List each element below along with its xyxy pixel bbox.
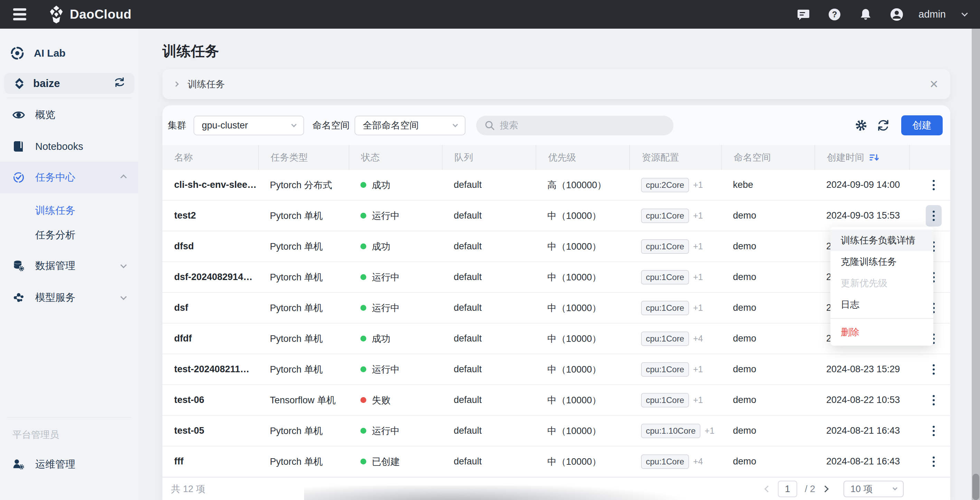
- settings-gear-icon[interactable]: [854, 118, 868, 132]
- kebab-menu-icon[interactable]: [926, 205, 942, 227]
- task-name[interactable]: test-06: [162, 385, 258, 415]
- kebab-menu-icon[interactable]: [926, 389, 942, 411]
- resource-badge: cpu:1.10Core: [641, 424, 700, 438]
- task-status: 运行中: [348, 262, 442, 292]
- task-queue: default: [442, 385, 536, 415]
- column-header-6: 资源配置: [629, 145, 721, 170]
- sidebar-item-ops-management[interactable]: 运维管理: [0, 452, 138, 477]
- context-menu-item[interactable]: 日志: [830, 294, 933, 315]
- status-dot-icon: [360, 459, 366, 464]
- menu-toggle-icon[interactable]: [13, 8, 26, 21]
- task-resources: cpu:1Core +1: [629, 385, 721, 415]
- column-header-label: 状态: [361, 151, 380, 163]
- task-queue: default: [442, 262, 536, 292]
- search-input[interactable]: [500, 120, 652, 131]
- context-menu-item[interactable]: 删除: [830, 321, 933, 343]
- sidebar-item-notebooks[interactable]: Notebooks: [0, 134, 138, 159]
- username[interactable]: admin: [918, 9, 946, 20]
- column-header-label: 命名空间: [733, 151, 771, 163]
- prev-page-icon[interactable]: [764, 486, 771, 492]
- task-name[interactable]: dsf: [162, 293, 258, 323]
- cluster-select-value: gpu-cluster: [202, 120, 248, 131]
- sidebar-item-task-center[interactable]: 任务中心: [0, 162, 138, 194]
- sidebar-section-label: 平台管理员: [13, 429, 59, 441]
- status-label: 已创建: [372, 456, 400, 468]
- messages-icon[interactable]: [796, 7, 811, 22]
- column-header-label: 队列: [454, 151, 473, 163]
- create-button[interactable]: 创建: [901, 115, 943, 135]
- context-menu-item[interactable]: 克隆训练任务: [830, 251, 933, 273]
- next-page-icon[interactable]: [822, 486, 829, 492]
- task-priority: 高（100000）: [536, 170, 629, 200]
- task-type: Pytorch 单机: [258, 446, 348, 476]
- page-size-select[interactable]: 10 项: [843, 481, 904, 497]
- breadcrumb-item[interactable]: 训练任务: [188, 78, 225, 90]
- column-header-8[interactable]: 创建时间: [815, 145, 909, 170]
- task-name[interactable]: dsf-2024082914…: [162, 262, 258, 292]
- resource-extra-count: +1: [693, 395, 703, 405]
- resource-extra-count: +1: [693, 180, 703, 190]
- user-menu-chevron-icon[interactable]: [961, 10, 967, 16]
- workspace-switch-icon[interactable]: [114, 76, 126, 90]
- task-type: Pytorch 单机: [258, 201, 348, 231]
- status-label: 运行中: [372, 425, 400, 437]
- sidebar-item-task-analysis[interactable]: 任务分析: [35, 228, 75, 242]
- task-namespace: demo: [721, 293, 815, 323]
- resource-extra-count: +1: [693, 364, 703, 374]
- sidebar-item-model-services[interactable]: 模型服务: [0, 285, 138, 310]
- table-row[interactable]: test-05 Pytorch 单机 运行中 default 中（10000） …: [162, 416, 950, 446]
- notifications-icon[interactable]: [858, 7, 873, 22]
- task-name[interactable]: fff: [162, 446, 258, 476]
- sidebar-item-training-tasks[interactable]: 训练任务: [35, 204, 75, 217]
- task-name[interactable]: cli-sh-c-env-slee…: [162, 170, 258, 200]
- page-number-input[interactable]: 1: [778, 481, 797, 497]
- kebab-menu-icon[interactable]: [926, 451, 942, 472]
- task-name[interactable]: dfdf: [162, 324, 258, 354]
- task-created-time: 2024-08-22 10:53: [815, 385, 909, 415]
- task-name[interactable]: test2: [162, 201, 258, 231]
- status-label: 运行中: [372, 271, 400, 284]
- kebab-menu-icon[interactable]: [926, 175, 942, 196]
- scrollbar-thumb[interactable]: [972, 474, 979, 500]
- row-actions: [909, 201, 950, 231]
- database-icon: [13, 260, 25, 272]
- task-name[interactable]: dfsd: [162, 231, 258, 261]
- task-queue: default: [442, 416, 536, 446]
- table-header: 名称任务类型状态队列优先级资源配置命名空间创建时间: [162, 145, 950, 170]
- close-icon[interactable]: ✕: [929, 79, 939, 90]
- table-row[interactable]: test2 Pytorch 单机 运行中 default 中（10000） cp…: [162, 201, 950, 231]
- refresh-icon[interactable]: [877, 118, 890, 132]
- status-label: 成功: [372, 333, 390, 345]
- workspace-selector[interactable]: baize: [4, 73, 134, 94]
- table-row[interactable]: cli-sh-c-env-slee… Pytorch 分布式 成功 defaul…: [162, 170, 950, 201]
- task-queue: default: [442, 231, 536, 261]
- cluster-select[interactable]: gpu-cluster: [194, 116, 304, 135]
- sidebar-item-overview[interactable]: 概览: [0, 103, 138, 127]
- task-name[interactable]: test-05: [162, 416, 258, 446]
- help-icon[interactable]: ?: [827, 7, 842, 22]
- table-row[interactable]: test-202408211… Pytorch 单机 运行中 default 中…: [162, 354, 950, 385]
- cluster-label: 集群: [168, 119, 186, 132]
- table-row[interactable]: fff Pytorch 单机 已创建 default 中（10000） cpu:…: [162, 446, 950, 477]
- sidebar-item-data-management[interactable]: 数据管理: [0, 254, 138, 278]
- task-resources: cpu:1.10Core +1: [629, 416, 721, 446]
- breadcrumb-chevron-icon[interactable]: [173, 81, 179, 87]
- kebab-menu-icon[interactable]: [926, 420, 942, 442]
- task-queue: default: [442, 354, 536, 384]
- resource-badge: cpu:1Core: [641, 454, 689, 469]
- kebab-menu-icon[interactable]: [926, 359, 942, 380]
- task-created-time: 2024-09-03 15:53: [815, 201, 909, 231]
- sidebar: AI Lab baize 概览 Notebooks: [0, 29, 138, 500]
- chevron-down-icon: [453, 122, 458, 127]
- task-priority: 中（10000）: [536, 231, 629, 261]
- table-row[interactable]: test-06 Tensorflow 单机 失败 default 中（10000…: [162, 385, 950, 416]
- avatar[interactable]: [889, 7, 904, 22]
- context-menu-item[interactable]: 训练任务负载详情: [830, 230, 933, 251]
- task-status: 成功: [348, 324, 442, 354]
- ai-lab-icon: [10, 46, 25, 61]
- task-type: Pytorch 单机: [258, 293, 348, 323]
- task-name[interactable]: test-202408211…: [162, 354, 258, 384]
- sort-desc-icon[interactable]: [869, 152, 880, 163]
- model-services-icon: [13, 291, 25, 304]
- namespace-select[interactable]: 全部命名空间: [355, 116, 466, 135]
